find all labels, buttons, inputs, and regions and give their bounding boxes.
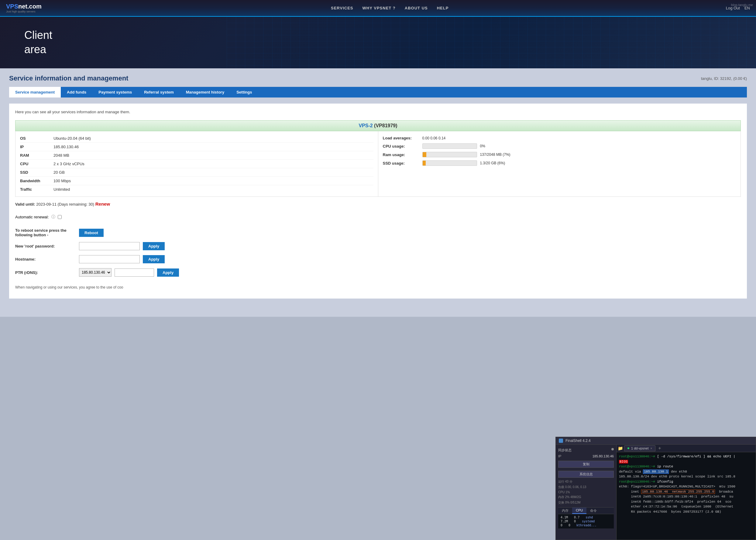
ptr-input[interactable] <box>114 268 154 277</box>
valid-until-label: Valid until: <box>15 202 35 206</box>
ssd-usage-row: SSD usage: 1.3/20 GB (6%) <box>383 159 736 167</box>
os-row: OS Ubuntu-20.04 (64 bit) <box>20 134 374 143</box>
hostname-label: Hostname: <box>15 257 76 261</box>
nav-links: SERVICES WHY VPSNET ? ABOUT US HELP <box>54 6 726 10</box>
ssd-usage-value: 1.3/20 GB (6%) <box>480 161 505 165</box>
hostname-input[interactable] <box>79 255 140 263</box>
cpu-progress-bar <box>422 143 477 149</box>
main-content: Service information and management tangl… <box>0 68 756 317</box>
cpu-usage-label: CPU usage: <box>383 144 419 149</box>
load-avg-value: 0.00 0.06 0.14 <box>422 136 446 140</box>
reboot-row: To reboot service press the following bu… <box>15 226 741 240</box>
page-header: Service information and management tangl… <box>9 74 747 82</box>
nav-services[interactable]: SERVICES <box>331 6 353 10</box>
ip-label: IP <box>20 145 54 149</box>
traffic-label: Traffic <box>20 187 54 192</box>
vps-right-panel: Load averages: 0.00 0.06 0.14 CPU usage:… <box>378 131 741 197</box>
bandwidth-value: 100 Mbps <box>54 179 71 183</box>
password-row: New 'root' password: Apply <box>15 240 741 253</box>
hostname-row: Hostname: Apply <box>15 253 741 266</box>
hero-title: Client area <box>24 28 52 57</box>
ptr-label: PTR (rDNS): <box>15 270 76 275</box>
days-remaining: (Days remaining: 30) <box>58 202 94 206</box>
tab-settings[interactable]: Settings <box>230 87 258 97</box>
ram-label: RAM <box>20 153 54 158</box>
password-apply-button[interactable]: Apply <box>143 242 165 250</box>
valid-section: Valid until: 2023-09-11 (Days remaining:… <box>15 197 741 211</box>
auto-renewal-checkbox[interactable] <box>58 215 62 219</box>
cpu-value: 2 x 3 GHz vCPUs <box>54 162 84 166</box>
management-section: To reboot service press the following bu… <box>15 223 741 282</box>
nav-about[interactable]: ABOUT US <box>405 6 428 10</box>
password-label: New 'root' password: <box>15 244 76 248</box>
nav-why[interactable]: WHY VPSNET ? <box>363 6 395 10</box>
load-avg-label: Load averages: <box>383 136 419 140</box>
tab-management-history[interactable]: Management history <box>180 87 230 97</box>
blog-watermark: blog.tanglu.me <box>731 3 753 7</box>
renew-link[interactable]: Renew <box>95 202 110 206</box>
page-title: Service information and management <box>9 74 128 82</box>
cpu-row: CPU 2 x 3 GHz vCPUs <box>20 160 374 168</box>
content-description: Here you can see all your services infor… <box>15 110 741 114</box>
vps-name: VPS-2 <box>359 123 373 128</box>
hostname-apply-button[interactable]: Apply <box>143 255 165 263</box>
auto-renewal-label: Automatic renewal: <box>15 215 49 219</box>
ssd-progress-fill <box>423 161 426 166</box>
vps-plan-id: (VP81979) <box>374 123 397 128</box>
traffic-row: Traffic Unlimited <box>20 185 374 194</box>
nav-help[interactable]: HELP <box>437 6 449 10</box>
ip-row: IP 185.80.130.46 <box>20 143 374 151</box>
content-box: Here you can see all your services infor… <box>9 103 747 299</box>
ram-row: RAM 2048 MB <box>20 151 374 160</box>
vps-left-panel: OS Ubuntu-20.04 (64 bit) IP 185.80.130.4… <box>16 131 378 197</box>
os-label: OS <box>20 136 54 141</box>
ssd-value: 20 GB <box>54 170 65 175</box>
cpu-label: CPU <box>20 162 54 166</box>
ram-usage-row: Ram usage: 137/2048 MB (7%) <box>383 150 736 159</box>
bandwidth-label: Bandwidth <box>20 179 54 183</box>
tab-service-management[interactable]: Service management <box>9 87 61 97</box>
footer-note: When navigating or using our services, y… <box>15 282 741 293</box>
vps-info-container: OS Ubuntu-20.04 (64 bit) IP 185.80.130.4… <box>15 131 741 197</box>
tab-add-funds[interactable]: Add funds <box>61 87 92 97</box>
reboot-label: To reboot service press the following bu… <box>15 228 76 237</box>
ram-progress-fill <box>423 152 426 157</box>
tab-navigation: Service management Add funds Payment sys… <box>9 87 747 97</box>
ssd-row: SSD 20 GB <box>20 168 374 177</box>
traffic-value: Unlimited <box>54 187 70 192</box>
ptr-row: PTR (rDNS): 185.80.130.46 Apply <box>15 266 741 279</box>
ram-value: 2048 MB <box>54 153 69 158</box>
ptr-apply-button[interactable]: Apply <box>157 268 179 277</box>
ssd-progress-bar <box>422 160 477 166</box>
ip-value: 185.80.130.46 <box>54 145 79 149</box>
password-input[interactable] <box>79 242 140 250</box>
load-avg-row: Load averages: 0.00 0.06 0.14 <box>383 134 736 142</box>
ram-usage-value: 137/2048 MB (7%) <box>480 153 511 157</box>
auto-renewal-row: Automatic renewal: ⓘ <box>15 211 741 223</box>
top-navigation: VPSnet.com Just high quality servers SER… <box>0 0 756 17</box>
help-icon: ⓘ <box>51 214 55 219</box>
ssd-usage-label: SSD usage: <box>383 161 419 166</box>
ram-usage-label: Ram usage: <box>383 153 419 157</box>
bandwidth-row: Bandwidth 100 Mbps <box>20 177 374 185</box>
tab-payment-systems[interactable]: Payment systems <box>92 87 138 97</box>
cpu-usage-row: CPU usage: 0% <box>383 142 736 150</box>
valid-until-date: 2023-09-11 <box>36 202 57 206</box>
ssd-label: SSD <box>20 170 54 175</box>
logo-text: VPSnet.com <box>6 3 42 10</box>
logo-subtitle: Just high quality servers <box>6 10 42 13</box>
logo: VPSnet.com Just high quality servers <box>6 3 42 13</box>
reboot-button[interactable]: Reboot <box>79 229 104 237</box>
cpu-usage-value: 0% <box>480 144 485 148</box>
os-value: Ubuntu-20.04 (64 bit) <box>54 136 91 141</box>
ptr-select[interactable]: 185.80.130.46 <box>79 268 111 277</box>
tab-referral-system[interactable]: Referral system <box>138 87 180 97</box>
user-info: tanglu, ID: 32192, (0.00 €) <box>701 76 747 81</box>
ram-progress-bar <box>422 152 477 157</box>
vps-header: VPS-2 (VP81979) <box>15 120 741 131</box>
hero-banner: Client area <box>0 17 756 68</box>
